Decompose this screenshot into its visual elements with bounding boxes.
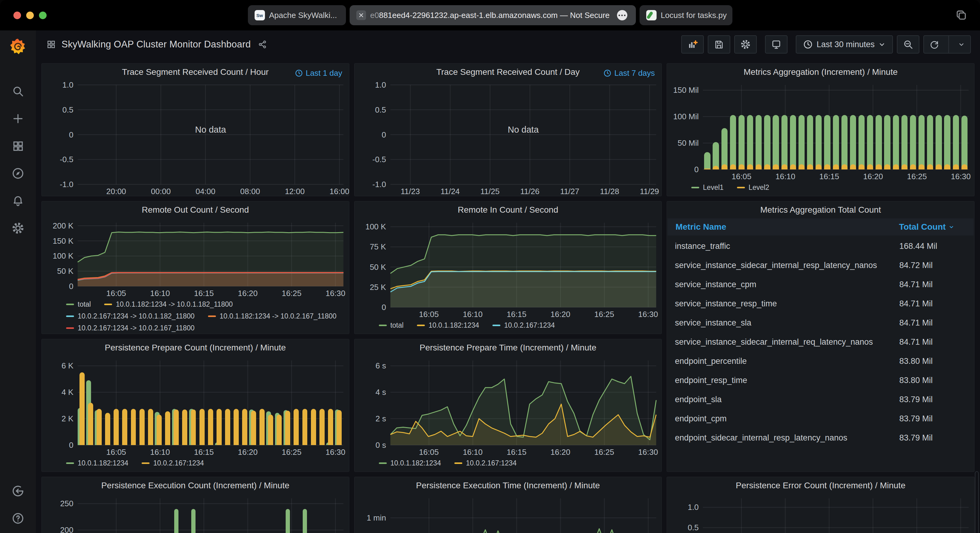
minimize-window-button[interactable] (26, 11, 34, 19)
create-plus-icon[interactable] (11, 112, 25, 125)
window-controls[interactable] (13, 11, 46, 19)
panel-legend: Level1Level2 (667, 181, 974, 196)
legend-item[interactable]: 10.0.1.182:1234 -> 10.0.1.182_11800 (104, 300, 233, 308)
legend-item[interactable]: total (379, 321, 404, 330)
legend-item[interactable]: 10.0.2.167:1234 (454, 459, 517, 467)
column-header-total-count[interactable]: Total Count (899, 222, 966, 232)
zoom-window-button[interactable] (39, 11, 46, 19)
legend-item[interactable]: total (66, 300, 91, 308)
close-tab-icon[interactable] (356, 10, 366, 20)
y-axis-label: 0 (667, 165, 698, 174)
close-window-button[interactable] (13, 11, 21, 19)
table-row[interactable]: endpoint_sidecar_internal_resp_latency_n… (667, 428, 974, 447)
y-axis-label: 100 K (42, 251, 73, 261)
alerting-bell-icon[interactable] (11, 194, 25, 208)
panel-header[interactable]: Trace Segment Received Count / Day Last … (355, 63, 662, 81)
panel-header[interactable]: Metrics Aggregation Total Count (667, 201, 974, 219)
y-axis-label: -0.5 (42, 155, 73, 164)
cycle-view-mode-button[interactable] (765, 35, 788, 54)
legend-item[interactable]: 10.0.1.182:1234 (417, 321, 479, 330)
grafana-sidebar (0, 30, 36, 533)
panel-time-override-badge: Last 7 days (603, 68, 655, 78)
table-row[interactable]: service_instance_sidecar_internal_resp_l… (667, 256, 974, 275)
explore-compass-icon[interactable] (11, 167, 25, 180)
help-icon[interactable] (11, 512, 25, 525)
dashboard-title[interactable]: SkyWalking OAP Cluster Monitor Dashboard (62, 39, 251, 50)
tab-active-elb[interactable]: e0881eed4-22961232.ap-east-1.elb.amazona… (350, 5, 636, 25)
time-range-picker[interactable]: Last 30 minutes (796, 35, 893, 54)
legend-color-mark (379, 325, 387, 326)
y-axis-label: 4 s (355, 387, 386, 397)
tab-url: 881eed4-22961232.ap-east-1.elb.amazonaws… (379, 11, 609, 20)
search-icon[interactable] (11, 84, 25, 98)
sign-in-icon[interactable] (11, 484, 25, 498)
share-icon[interactable] (258, 40, 267, 49)
y-axis-label: 0 s (355, 441, 386, 450)
panel-trace-segment-day: Trace Segment Received Count / Day Last … (354, 63, 662, 196)
panel-legend: total10.0.1.182:1234 -> 10.0.1.182_11800… (42, 298, 349, 334)
y-axis-label: 50 Mil (667, 138, 698, 148)
table-row[interactable]: endpoint_cpm83.79 Mil (667, 409, 974, 428)
panel-header[interactable]: Persistence Prepare Time (Increment) / M… (355, 339, 662, 356)
legend-item[interactable]: 10.0.1.182:1234 -> 10.0.2.167_11800 (208, 312, 337, 320)
legend-item[interactable]: 10.0.2.167:1234 (492, 321, 555, 330)
panel-header[interactable]: Remote Out Count / Second (42, 201, 349, 219)
table-row[interactable]: instance_traffic168.44 Mil (667, 237, 974, 256)
x-axis-label: 16:05 (732, 172, 751, 181)
x-axis-label: 16:25 (595, 447, 614, 457)
legend-item[interactable]: 10.0.2.167:1234 (142, 459, 204, 467)
apps-grid-icon[interactable] (46, 40, 56, 49)
chart-body: 200 K150 K100 K50 K016:0516:1016:1516:20… (42, 219, 349, 298)
add-panel-button[interactable] (681, 35, 704, 54)
panel-legend: 10.0.1.182:123410.0.2.167:1234 (42, 457, 349, 471)
legend-item[interactable]: Level1 (691, 184, 724, 192)
legend-item[interactable]: 10.0.2.167:1234 -> 10.0.2.167_11800 (66, 324, 195, 332)
panel-header[interactable]: Persistence Execution Time (Increment) /… (355, 477, 662, 494)
column-header-metric-name[interactable]: Metric Name (676, 222, 899, 232)
panel-header[interactable]: Persistence Prepare Count (Increment) / … (42, 339, 349, 356)
tab-apache-skywalking[interactable]: Sw Apache SkyWalki... (248, 5, 346, 25)
legend-item[interactable]: 10.0.2.167:1234 -> 10.0.1.182_11800 (66, 312, 195, 320)
dashboard-settings-button[interactable] (734, 35, 757, 54)
dashboards-icon[interactable] (11, 140, 25, 153)
panel-header[interactable]: Persistence Error Count (Increment) / Mi… (667, 477, 974, 494)
table-row[interactable]: service_instance_sidecar_internal_req_la… (667, 333, 974, 352)
table-row[interactable]: service_instance_resp_time84.71 Mil (667, 294, 974, 313)
metric-name-cell: service_instance_sidecar_internal_req_la… (675, 337, 899, 347)
metric-name-cell: service_instance_cpm (675, 280, 899, 289)
x-axis-label: 16:15 (194, 447, 214, 457)
refresh-dashboard-button[interactable] (924, 36, 945, 53)
settings-gear-icon[interactable] (11, 222, 25, 235)
x-axis-label: 11/27 (560, 187, 579, 196)
save-dashboard-button[interactable] (708, 35, 730, 54)
panel-header[interactable]: Trace Segment Received Count / Hour Last… (42, 63, 349, 81)
refresh-interval-dropdown[interactable] (953, 36, 970, 53)
x-axis-label: 16:30 (326, 447, 345, 457)
table-row[interactable]: service_instance_cpm84.71 Mil (667, 275, 974, 294)
zoom-out-time-button[interactable] (897, 35, 920, 54)
tab-overview-icon[interactable] (955, 8, 968, 22)
table-row[interactable]: endpoint_percentile83.80 Mil (667, 352, 974, 371)
chart-body: 6 K4 K2 K016:0516:1016:1516:2016:2516:30 (42, 356, 349, 457)
legend-item[interactable]: Level2 (737, 184, 769, 192)
x-axis-label: 20:00 (106, 187, 126, 196)
legend-color-mark (417, 325, 425, 326)
panel-persistence-error-count: Persistence Error Count (Increment) / Mi… (667, 477, 975, 533)
x-axis-label: 16:05 (106, 289, 126, 298)
panel-header[interactable]: Metrics Aggregation (Increment) / Minute (667, 63, 974, 81)
table-row[interactable]: endpoint_resp_time83.80 Mil (667, 371, 974, 390)
table-row[interactable]: service_instance_sla84.71 Mil (667, 313, 974, 333)
total-count-cell: 83.79 Mil (899, 433, 966, 443)
x-axis-label: 16:20 (550, 310, 570, 319)
panel-header[interactable]: Persistence Execution Count (Increment) … (42, 477, 349, 494)
grafana-logo[interactable] (10, 38, 27, 56)
panel-legend: 10.0.1.182:123410.0.2.167:1234 (355, 457, 662, 471)
tab-locust[interactable]: Locust for tasks.py (640, 5, 732, 25)
legend-item[interactable]: 10.0.1.182:1234 (379, 459, 441, 467)
legend-item[interactable]: 10.0.1.182:1234 (66, 459, 128, 467)
panel-header[interactable]: Remote In Count / Second (355, 201, 662, 219)
page-scrollbar[interactable] (975, 471, 979, 533)
tab-options-icon[interactable] (617, 10, 627, 21)
x-axis-label: 16:15 (507, 447, 527, 457)
table-row[interactable]: endpoint_sla83.79 Mil (667, 390, 974, 409)
